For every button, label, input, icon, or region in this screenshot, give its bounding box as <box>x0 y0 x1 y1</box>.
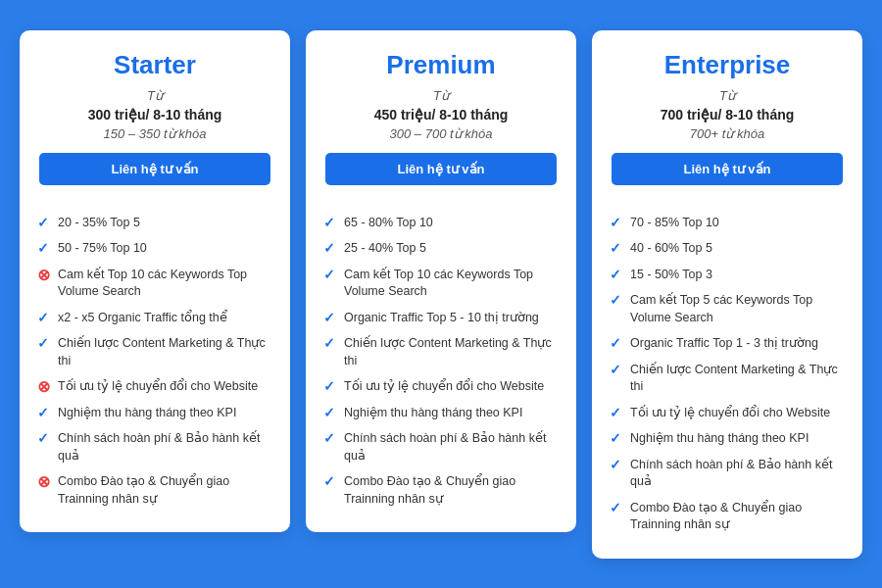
list-item: ✓Chiến lược Content Marketing & Thực thi <box>35 335 274 369</box>
list-item: ✓Chính sách hoàn phí & Bảo hành kết quả <box>321 430 561 465</box>
plan-card-premium: PremiumTừ450 triệu/ 8-10 tháng300 – 700 … <box>306 30 576 533</box>
feature-text: Combo Đào tạo & Chuyển giao Trainning nh… <box>630 500 847 534</box>
list-item: ✓x2 - x5 Organic Traffic tổng thể <box>35 310 274 327</box>
list-item: ⊗Combo Đào tạo & Chuyển giao Trainning n… <box>35 473 274 508</box>
feature-text: 50 - 75% Top 10 <box>58 240 147 258</box>
list-item: ✓Organic Traffic Top 5 - 10 thị trường <box>321 310 561 327</box>
plan-keywords-starter: 150 – 350 từ khóa <box>39 126 270 141</box>
feature-text: Tối ưu tỷ lệ chuyển đổi cho Website <box>58 378 258 396</box>
list-item: ✓20 - 35% Top 5 <box>35 215 274 232</box>
check-icon: ✓ <box>608 406 623 421</box>
list-item: ✓Combo Đào tạo & Chuyển giao Trainning n… <box>608 500 847 534</box>
plan-from-starter: Từ <box>39 88 270 103</box>
feature-text: x2 - x5 Organic Traffic tổng thể <box>58 310 227 327</box>
plan-name-premium: Premium <box>325 50 557 80</box>
check-icon: ✓ <box>321 268 337 283</box>
feature-text: Combo Đào tạo & Chuyển giao Trainning nh… <box>344 473 561 508</box>
feature-text: 40 - 60% Top 5 <box>630 240 712 258</box>
list-item: ✓15 - 50% Top 3 <box>608 267 847 284</box>
check-icon: ✓ <box>608 501 623 516</box>
check-icon: ✓ <box>321 241 337 257</box>
contact-button-premium[interactable]: Liên hệ tư vấn <box>325 153 557 185</box>
plan-from-enterprise: Từ <box>612 88 843 103</box>
check-icon: ✓ <box>321 406 337 421</box>
features-list-starter: ✓20 - 35% Top 5✓50 - 75% Top 10⊗Cam kết … <box>20 201 290 509</box>
contact-button-starter[interactable]: Liên hệ tư vấn <box>39 153 270 185</box>
check-icon: ✓ <box>321 379 337 395</box>
features-list-premium: ✓65 - 80% Top 10✓25 - 40% Top 5✓Cam kết … <box>306 201 576 509</box>
feature-text: Chính sách hoàn phí & Bảo hành kết quả <box>630 457 847 491</box>
feature-text: Combo Đào tạo & Chuyển giao Trainning nh… <box>58 473 274 508</box>
feature-text: Cam kết Top 10 các Keywords Top Volume S… <box>344 267 561 301</box>
feature-text: Nghiệm thu hàng tháng theo KPI <box>344 405 522 422</box>
plan-from-premium: Từ <box>325 88 557 103</box>
list-item: ✓Chính sách hoàn phí & Bảo hành kết quả <box>35 430 274 465</box>
feature-text: 20 - 35% Top 5 <box>58 215 140 232</box>
x-icon: ⊗ <box>35 379 51 395</box>
feature-text: 70 - 85% Top 10 <box>630 215 719 232</box>
plan-keywords-premium: 300 – 700 từ khóa <box>325 126 557 141</box>
feature-text: 65 - 80% Top 10 <box>344 215 433 232</box>
list-item: ✓70 - 85% Top 10 <box>608 215 847 232</box>
list-item: ⊗Cam kết Top 10 các Keywords Top Volume … <box>35 267 274 301</box>
list-item: ✓25 - 40% Top 5 <box>321 240 561 258</box>
plan-header-starter: StarterTừ300 triệu/ 8-10 tháng150 – 350 … <box>20 30 290 201</box>
feature-text: Organic Traffic Top 5 - 10 thị trường <box>344 310 539 327</box>
plan-header-premium: PremiumTừ450 triệu/ 8-10 tháng300 – 700 … <box>306 30 576 201</box>
check-icon: ✓ <box>35 216 51 231</box>
check-icon: ✓ <box>321 474 337 490</box>
list-item: ✓Chiến lược Content Marketing & Thực thi <box>608 362 847 396</box>
x-icon: ⊗ <box>35 474 51 490</box>
list-item: ✓Nghiệm thu hàng tháng theo KPI <box>321 405 561 422</box>
plan-card-starter: StarterTừ300 triệu/ 8-10 tháng150 – 350 … <box>20 30 290 533</box>
check-icon: ✓ <box>608 431 623 447</box>
plan-name-starter: Starter <box>39 50 270 80</box>
plan-price-starter: 300 triệu/ 8-10 tháng <box>39 107 270 122</box>
plan-card-enterprise: EnterpriseTừ700 triệu/ 8-10 tháng700+ từ… <box>592 30 862 559</box>
check-icon: ✓ <box>321 336 337 352</box>
check-icon: ✓ <box>608 241 623 257</box>
list-item: ✓65 - 80% Top 10 <box>321 215 561 232</box>
feature-text: Tối ưu tỷ lệ chuyển đổi cho Website <box>630 405 830 422</box>
pricing-container: StarterTừ300 triệu/ 8-10 tháng150 – 350 … <box>20 30 862 559</box>
list-item: ✓Tối ưu tỷ lệ chuyển đổi cho Website <box>321 378 561 396</box>
list-item: ✓40 - 60% Top 5 <box>608 240 847 258</box>
list-item: ✓Chính sách hoàn phí & Bảo hành kết quả <box>608 457 847 491</box>
plan-header-enterprise: EnterpriseTừ700 triệu/ 8-10 tháng700+ từ… <box>592 30 862 201</box>
feature-text: Cam kết Top 5 các Keywords Top Volume Se… <box>630 292 847 326</box>
list-item: ✓Cam kết Top 5 các Keywords Top Volume S… <box>608 292 847 326</box>
feature-text: Chiến lược Content Marketing & Thực thi <box>58 335 274 369</box>
list-item: ✓Organic Traffic Top 1 - 3 thị trường <box>608 335 847 353</box>
feature-text: Cam kết Top 10 các Keywords Top Volume S… <box>58 267 274 301</box>
check-icon: ✓ <box>35 311 51 326</box>
check-icon: ✓ <box>35 406 51 421</box>
feature-text: Tối ưu tỷ lệ chuyển đổi cho Website <box>344 378 544 396</box>
check-icon: ✓ <box>321 216 337 231</box>
list-item: ✓Nghiệm thu hàng tháng theo KPI <box>35 405 274 422</box>
feature-text: Nghiệm thu hàng tháng theo KPI <box>630 430 808 448</box>
check-icon: ✓ <box>608 293 623 309</box>
check-icon: ✓ <box>608 363 623 378</box>
feature-text: Nghiệm thu hàng tháng theo KPI <box>58 405 236 422</box>
contact-button-enterprise[interactable]: Liên hệ tư vấn <box>612 153 843 185</box>
features-list-enterprise: ✓70 - 85% Top 10✓40 - 60% Top 5✓15 - 50%… <box>592 201 862 534</box>
feature-text: Chính sách hoàn phí & Bảo hành kết quả <box>58 430 274 465</box>
list-item: ✓Cam kết Top 10 các Keywords Top Volume … <box>321 267 561 301</box>
feature-text: Chiến lược Content Marketing & Thực thi <box>630 362 847 396</box>
list-item: ✓Tối ưu tỷ lệ chuyển đổi cho Website <box>608 405 847 422</box>
plan-price-enterprise: 700 triệu/ 8-10 tháng <box>612 107 843 122</box>
plan-price-premium: 450 triệu/ 8-10 tháng <box>325 107 557 122</box>
check-icon: ✓ <box>608 336 623 352</box>
feature-text: Organic Traffic Top 1 - 3 thị trường <box>630 335 818 353</box>
check-icon: ✓ <box>608 216 623 231</box>
plan-keywords-enterprise: 700+ từ khóa <box>612 126 843 141</box>
list-item: ✓50 - 75% Top 10 <box>35 240 274 258</box>
check-icon: ✓ <box>35 241 51 257</box>
x-icon: ⊗ <box>35 268 51 283</box>
feature-text: 15 - 50% Top 3 <box>630 267 712 284</box>
check-icon: ✓ <box>608 458 623 473</box>
list-item: ✓Combo Đào tạo & Chuyển giao Trainning n… <box>321 473 561 508</box>
feature-text: Chính sách hoàn phí & Bảo hành kết quả <box>344 430 561 465</box>
check-icon: ✓ <box>321 431 337 447</box>
list-item: ✓Chiến lược Content Marketing & Thực thi <box>321 335 561 369</box>
